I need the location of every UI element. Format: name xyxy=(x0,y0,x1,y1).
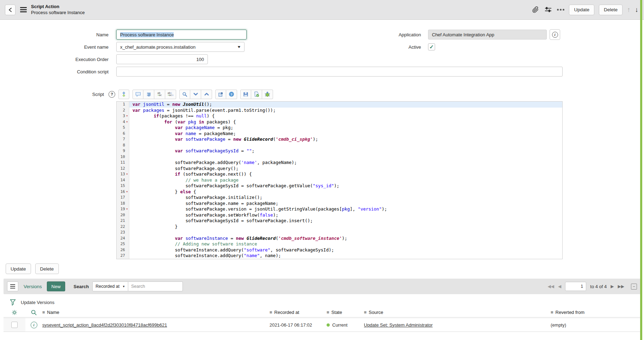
new-version-button[interactable]: New xyxy=(47,281,65,291)
condition-script-input[interactable] xyxy=(116,67,563,77)
row-checkbox[interactable] xyxy=(11,322,18,328)
list-context-menu-icon[interactable] xyxy=(7,281,18,291)
validate-script-button[interactable] xyxy=(251,90,262,99)
page-title: Script Action xyxy=(31,4,85,10)
execution-order-field-row: Execution Order 100 xyxy=(0,54,208,64)
info-icon: i xyxy=(552,32,558,38)
next-page-icon[interactable]: ▶ xyxy=(611,284,614,289)
event-name-value: x_chef_automate.process.installation xyxy=(120,44,196,50)
execution-order-input[interactable]: 100 xyxy=(116,54,208,64)
format-code-button[interactable] xyxy=(143,90,154,99)
active-checkbox[interactable]: ✓ xyxy=(428,43,435,50)
footer-delete-button[interactable]: Delete xyxy=(35,263,59,274)
save-icon xyxy=(243,92,248,97)
version-state: Current xyxy=(327,322,364,328)
column-menu-icon: ≡ xyxy=(551,310,553,315)
back-button[interactable] xyxy=(5,5,16,15)
last-page-icon[interactable]: ▶▶ xyxy=(618,284,624,289)
version-source-link[interactable]: Update Set: System Administrator xyxy=(364,322,551,328)
save-script-button[interactable] xyxy=(240,90,251,99)
context-menu-icon[interactable] xyxy=(20,7,27,12)
column-header-recorded-at[interactable]: ≡Recorded at xyxy=(270,310,327,315)
personalize-form-icon[interactable] xyxy=(544,6,552,14)
chevron-up-icon xyxy=(204,92,209,96)
script-editor[interactable]: 1var jsonUtil = new JsonUtil();2var pack… xyxy=(116,101,563,259)
versions-table-header: ≡Name ≡Recorded at ≡State ≡Source ≡Rever… xyxy=(4,308,640,317)
version-name-link[interactable]: sysevent_script_action_8acd4f2d2f303010f… xyxy=(42,322,270,328)
versions-list-title[interactable]: Versions xyxy=(24,284,42,289)
event-name-select[interactable]: x_chef_automate.process.installation ▼ xyxy=(116,42,244,52)
list-search-input[interactable] xyxy=(128,281,183,291)
application-field-row: Application Chef Automate Integration Ap… xyxy=(365,30,560,40)
application-info-button[interactable]: i xyxy=(550,29,560,40)
chevron-down-icon: ▼ xyxy=(122,285,125,288)
column-header-source[interactable]: ≡Source xyxy=(364,310,551,315)
row-range-label: to 4 of 4 xyxy=(590,284,607,289)
find-next-button[interactable] xyxy=(190,90,201,99)
previous-page-icon[interactable]: ◀ xyxy=(558,284,561,289)
record-name: Process software Instance xyxy=(31,10,85,16)
form-header: Script Action Process software Instance … xyxy=(0,0,644,20)
name-input[interactable]: Process software Instance xyxy=(116,30,247,40)
help-icon: ? xyxy=(229,91,234,97)
column-search-button[interactable] xyxy=(25,309,42,316)
list-breadcrumb[interactable]: Update Versions xyxy=(21,300,54,305)
next-record-icon[interactable]: ↓ xyxy=(635,6,639,14)
name-field-row: Name Process software Instance xyxy=(0,30,247,40)
column-menu-icon: ≡ xyxy=(327,310,329,315)
page-row-input[interactable] xyxy=(565,282,586,291)
more-options-icon[interactable] xyxy=(557,9,564,11)
column-menu-icon: ≡ xyxy=(42,310,45,315)
syntax-editor-toggle-button[interactable] xyxy=(118,90,129,99)
active-label: Active xyxy=(365,44,421,50)
popout-icon xyxy=(218,92,223,97)
active-field-row: Active ✓ xyxy=(365,42,435,52)
name-label: Name xyxy=(0,32,109,37)
bug-icon xyxy=(265,91,270,97)
editor-help-button[interactable]: ? xyxy=(226,90,237,99)
toggle-comment-button[interactable] xyxy=(132,90,143,99)
attachment-icon[interactable] xyxy=(531,6,539,14)
footer-update-button[interactable]: Update xyxy=(6,263,31,274)
previous-record-icon[interactable]: ↑ xyxy=(627,6,631,14)
update-button[interactable]: Update xyxy=(569,5,594,15)
execution-order-label: Execution Order xyxy=(0,57,109,62)
column-header-state[interactable]: ≡State xyxy=(327,310,364,315)
search-icon xyxy=(31,309,37,316)
minimize-list-icon[interactable]: − xyxy=(631,284,637,290)
debug-script-button[interactable] xyxy=(262,90,273,99)
update-set-indicator-strip xyxy=(640,0,642,340)
search-field-select[interactable]: Recorded at ▼ xyxy=(92,281,128,291)
first-page-icon[interactable]: ◀◀ xyxy=(548,284,554,289)
column-menu-icon: ≡ xyxy=(270,310,272,315)
svg-text:?: ? xyxy=(230,92,233,96)
full-screen-editor-button[interactable] xyxy=(215,90,226,99)
delete-button[interactable]: Delete xyxy=(599,5,623,15)
list-search-label: Search xyxy=(74,284,89,289)
script-toolbar: Script ? ab➔ac ab≣➔ac≣ xyxy=(0,89,273,99)
comment-icon xyxy=(135,92,141,97)
column-header-reverted-from[interactable]: ≡Reverted from xyxy=(551,310,640,315)
chevron-down-icon: ▼ xyxy=(237,45,241,49)
list-breadcrumb-row: Update Versions xyxy=(4,297,54,307)
event-name-field-row: Event name x_chef_automate.process.insta… xyxy=(0,42,244,52)
state-dot-icon xyxy=(327,323,330,327)
search-icon xyxy=(182,92,187,97)
script-help-icon[interactable]: ? xyxy=(109,91,115,98)
column-header-name[interactable]: ≡Name xyxy=(42,310,270,315)
format-icon xyxy=(146,92,151,97)
syntax-editor-icon xyxy=(121,91,126,97)
row-info-icon[interactable]: i xyxy=(31,322,37,328)
replace-button[interactable]: ab➔ac xyxy=(154,90,165,99)
name-value: Process software Instance xyxy=(120,32,174,37)
replace-all-button[interactable]: ab≣➔ac≣ xyxy=(165,90,176,99)
execution-order-value: 100 xyxy=(196,57,204,62)
condition-script-field-row: Condition script xyxy=(0,67,563,77)
find-previous-button[interactable] xyxy=(201,90,212,99)
version-reverted-from: (empty) xyxy=(551,322,640,328)
filter-funnel-icon[interactable] xyxy=(10,299,16,306)
search-code-button[interactable] xyxy=(179,90,190,99)
record-title-block: Script Action Process software Instance xyxy=(31,4,85,16)
list-personalize-button[interactable] xyxy=(4,309,25,316)
application-label: Application xyxy=(365,32,421,37)
